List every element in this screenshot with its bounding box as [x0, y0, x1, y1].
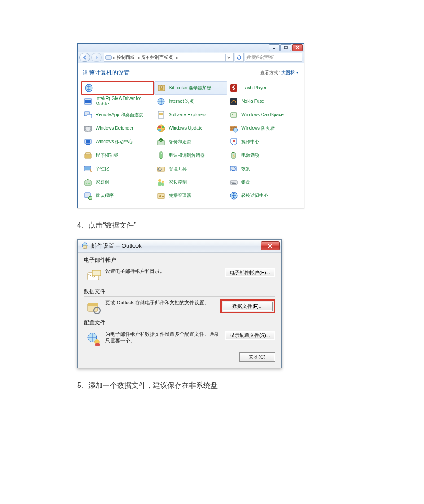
svg-point-46 — [88, 183, 90, 184]
software-explorers-icon — [156, 110, 166, 120]
cp-item-label: 操作中心 — [241, 139, 259, 145]
control-panel-window: ▸ 控制面板 ▸ 所有控制面板项 ▸ 搜索控制面板 调整计算机的设置 查看方式:… — [77, 43, 304, 208]
cp-item-mobility[interactable]: Windows 移动中心 — [81, 135, 154, 149]
svg-rect-16 — [159, 113, 163, 114]
cp-item-ease-of-access[interactable]: 轻松访问中心 — [227, 189, 300, 202]
mail-group-title: 配置文件 — [84, 319, 275, 327]
mail-close-button[interactable] — [261, 241, 280, 250]
svg-rect-10 — [85, 100, 91, 103]
mail-group-text: 为电子邮件帐户和数据文件设置多个配置文件。通常只需要一个。 — [105, 331, 225, 344]
cp-item-cardspace[interactable]: Windows CardSpace — [227, 108, 300, 122]
cp-item-label: 轻松访问中心 — [241, 193, 268, 198]
cp-item-nokia[interactable]: Nokia Fuse — [227, 95, 300, 108]
svg-rect-4 — [109, 57, 110, 57]
action-center-icon — [229, 137, 239, 147]
cp-item-gma[interactable]: Intel(R) GMA Driver for Mobile — [81, 95, 154, 108]
maximize-button[interactable] — [280, 44, 291, 51]
svg-rect-17 — [159, 114, 163, 115]
mail-close-ok-button[interactable]: 关闭(C) — [239, 352, 275, 362]
svg-rect-51 — [230, 181, 237, 184]
svg-point-47 — [158, 179, 161, 182]
svg-rect-23 — [162, 126, 164, 128]
svg-point-61 — [159, 195, 161, 197]
search-placeholder: 搜索控制面板 — [246, 54, 273, 61]
cp-item-label: Nokia Fuse — [241, 99, 264, 104]
cp-item-bitlocker[interactable]: BitLocker 驱动器加密 — [154, 81, 227, 95]
data-files-button[interactable]: 数据文件(F)... — [223, 302, 273, 311]
minimize-button[interactable] — [269, 44, 280, 51]
search-box[interactable]: 搜索控制面板 — [245, 53, 302, 62]
breadcrumb-dropdown[interactable] — [225, 54, 232, 61]
programs-icon — [83, 150, 93, 160]
svg-rect-54 — [233, 182, 234, 183]
cp-item-personalization[interactable]: 个性化 — [81, 162, 154, 175]
cp-item-label: 个性化 — [96, 166, 109, 171]
cp-view-value[interactable]: 大图标 ▾ — [281, 70, 298, 75]
email-accounts-button[interactable]: 电子邮件帐户(E)... — [225, 268, 275, 277]
cp-item-label: Windows 移动中心 — [96, 139, 133, 145]
cp-item-credential-manager[interactable]: 凭据管理器 — [154, 189, 227, 202]
cp-view-selector[interactable]: 查看方式:大图标 ▾ — [260, 70, 298, 76]
profiles-icon — [86, 331, 102, 347]
mail-settings-dialog: 邮件设置 -- Outlook 电子邮件帐户 设置电子邮件帐户和目录。 电子邮件… — [77, 239, 282, 368]
homegroup-icon — [83, 177, 93, 187]
svg-point-45 — [86, 183, 87, 184]
default-programs-icon — [83, 191, 93, 201]
admin-tools-icon — [156, 164, 166, 174]
cp-item-flash[interactable]: Flash Player — [227, 81, 300, 95]
cp-item-modem[interactable]: 电话和调制解调器 — [154, 149, 227, 162]
cp-item-remoteapp[interactable]: RemoteApp 和桌面连接 — [81, 108, 154, 122]
svg-rect-7 — [160, 88, 163, 90]
close-button[interactable] — [292, 44, 303, 51]
breadcrumb-seg-2[interactable]: 所有控制面板项 — [141, 54, 173, 61]
cp-item-label: Intel(R) GMA Driver for Mobile — [96, 96, 153, 107]
breadcrumb-bar[interactable]: ▸ 控制面板 ▸ 所有控制面板项 ▸ — [104, 53, 234, 62]
cp-item-keyboard[interactable]: 键盘 — [227, 175, 300, 189]
cp-item-homegroup[interactable]: 家庭组 — [81, 175, 154, 189]
back-button[interactable] — [79, 53, 90, 62]
keyboard-icon — [229, 177, 239, 187]
svg-rect-74 — [95, 343, 100, 346]
svg-rect-35 — [86, 152, 90, 155]
cp-item-label: Windows CardSpace — [241, 112, 283, 118]
svg-rect-62 — [162, 196, 164, 197]
phone-modem-icon — [156, 150, 166, 160]
step-5-caption: 5、添加一个数据文件，建议保存在非系统盘 — [77, 381, 424, 390]
refresh-button[interactable] — [235, 53, 244, 62]
nokia-fuse-icon — [229, 96, 239, 106]
cp-item-internet[interactable]: Internet 选项 — [154, 95, 227, 108]
cp-item-software-explorers[interactable]: Software Explorers — [154, 108, 227, 122]
cp-item-defender[interactable]: Windows Defender — [81, 122, 154, 135]
mail-group-accounts: 电子邮件帐户 设置电子邮件帐户和目录。 电子邮件帐户(E)... — [84, 256, 275, 284]
cp-item-windows-update[interactable]: Windows Update — [154, 122, 227, 135]
parental-icon — [156, 177, 166, 187]
cp-item-parental[interactable]: 家长控制 — [154, 175, 227, 189]
cardspace-icon — [229, 110, 239, 120]
breadcrumb-sep: ▸ — [176, 55, 178, 60]
data-files-icon — [86, 299, 102, 316]
mail-group-text: 更改 Outlook 存储电子邮件和文档的文件设置。 — [105, 299, 220, 306]
svg-rect-56 — [236, 182, 236, 183]
cp-item-backup[interactable]: 备份和还原 — [154, 135, 227, 149]
remoteapp-icon — [83, 110, 93, 120]
cp-item-highlighted[interactable] — [81, 81, 154, 95]
mail-group-datafiles: 数据文件 更改 Outlook 存储电子邮件和文档的文件设置。 数据文件(F).… — [84, 288, 275, 316]
recovery-icon — [229, 164, 239, 174]
cp-item-action-center[interactable]: 操作中心 — [227, 135, 300, 149]
svg-point-27 — [233, 128, 238, 132]
cp-item-firewall[interactable]: Windows 防火墙 — [227, 122, 300, 135]
cp-item-admin-tools[interactable]: 管理工具 — [154, 162, 227, 175]
cp-item-recovery[interactable]: 恢复 — [227, 162, 300, 175]
svg-rect-55 — [235, 182, 236, 183]
defender-icon — [83, 123, 93, 133]
cp-item-programs[interactable]: 程序和功能 — [81, 149, 154, 162]
cp-item-default-programs[interactable]: 默认程序 — [81, 189, 154, 202]
cp-item-label: 恢复 — [241, 166, 250, 171]
personalization-icon — [83, 164, 93, 174]
mail-titlebar: 邮件设置 -- Outlook — [78, 240, 281, 253]
show-profiles-button[interactable]: 显示配置文件(S)... — [225, 331, 275, 340]
svg-rect-22 — [158, 126, 161, 128]
breadcrumb-seg-1[interactable]: 控制面板 — [117, 54, 135, 61]
forward-button[interactable] — [91, 53, 102, 62]
cp-item-power[interactable]: 电源选项 — [227, 149, 300, 162]
